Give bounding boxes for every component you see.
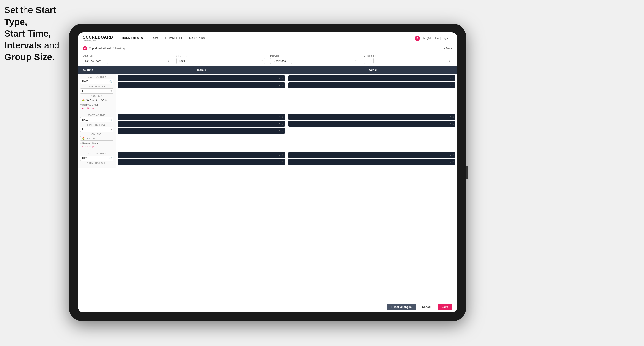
- player-remove-icon[interactable]: ✕: [450, 123, 451, 125]
- player-expand-icon[interactable]: ⊡: [452, 77, 454, 80]
- sign-out-link[interactable]: Sign out: [443, 37, 452, 40]
- player-expand-icon[interactable]: ⊡: [282, 123, 284, 125]
- tablet-side-button: [466, 166, 468, 179]
- player-row-3-2: ✕ ⊡: [118, 121, 285, 127]
- back-button[interactable]: ‹ Back: [444, 47, 452, 50]
- logo-text: SCOREBOARD: [83, 35, 113, 40]
- group-left-2: STARTING TIME: STARTING HOLE: COURSE: ⛳ …: [78, 112, 116, 150]
- starting-hole-label-2: STARTING HOLE:: [80, 124, 113, 126]
- config-bar: Start Type 1st Tee Start Shotgun Start S…: [78, 52, 458, 66]
- nav-tab-teams[interactable]: TEAMS: [149, 35, 159, 41]
- player-remove-icon[interactable]: ✕: [279, 161, 280, 163]
- start-time-select-wrapper: [176, 58, 265, 64]
- course-label-2: COURSE:: [80, 133, 113, 136]
- starting-hole-label-1: STARTING HOLE:: [80, 85, 113, 88]
- intervals-select[interactable]: 10 Minutes 8 Minutes 12 Minutes: [270, 58, 292, 64]
- group-actions-2: ○ Remove Group + Add Group: [80, 142, 113, 148]
- annotation-suffix-3: and: [42, 40, 59, 50]
- player-expand-icon[interactable]: ⊡: [452, 116, 454, 118]
- add-group-btn-1[interactable]: + Add Group: [80, 107, 113, 110]
- player-remove-icon[interactable]: ✕: [279, 154, 280, 157]
- start-type-label: Start Type: [83, 54, 171, 57]
- col-team1: Team 1: [116, 66, 287, 74]
- starting-hole-label-3: STARTING HOLE:: [80, 162, 113, 164]
- player-expand-icon[interactable]: ⊡: [452, 161, 454, 163]
- player-row-2-2: ✕ ⊡: [288, 82, 456, 88]
- logo-sub: Powered by clipp: [83, 40, 113, 42]
- player-remove-icon[interactable]: ✕: [279, 116, 280, 118]
- player-expand-icon[interactable]: ⊡: [282, 154, 284, 157]
- starting-time-wrapper-2: [80, 117, 113, 122]
- save-button[interactable]: Save: [438, 304, 452, 310]
- cancel-button[interactable]: Cancel: [418, 304, 435, 310]
- navbar: SCOREBOARD Powered by clipp TOURNAMENTS …: [78, 32, 458, 44]
- starting-hole-wrapper-1: [80, 88, 113, 94]
- col-team2: Team 2: [287, 66, 458, 74]
- player-expand-icon[interactable]: ⊡: [282, 116, 284, 118]
- course-remove-1[interactable]: ✕: [105, 99, 107, 101]
- starting-time-input-2[interactable]: [80, 117, 113, 122]
- player-remove-icon[interactable]: ✕: [450, 161, 451, 163]
- group-left-3: STARTING TIME: STARTING HOLE:: [78, 150, 116, 168]
- remove-group-btn-2[interactable]: ○ Remove Group: [80, 142, 113, 145]
- player-remove-icon[interactable]: ✕: [450, 84, 451, 87]
- player-expand-icon[interactable]: ⊡: [282, 84, 284, 87]
- start-type-select[interactable]: 1st Tee Start Shotgun Start: [83, 58, 108, 64]
- player-expand-icon[interactable]: ⊡: [452, 84, 454, 87]
- starting-time-label-2: STARTING TIME:: [80, 114, 113, 117]
- logo-area: SCOREBOARD Powered by clipp: [83, 35, 113, 42]
- player-expand-icon[interactable]: ⊡: [452, 123, 454, 125]
- starting-time-input-3[interactable]: [80, 156, 113, 161]
- group-size-label: Group Size: [364, 54, 452, 57]
- start-time-input[interactable]: [176, 58, 265, 64]
- intervals-select-wrapper: 10 Minutes 8 Minutes 12 Minutes: [270, 58, 358, 64]
- starting-time-input-1[interactable]: [80, 79, 113, 84]
- player-row-1-1: ✕ ⊡: [118, 75, 285, 81]
- group-size-select[interactable]: 3 2 4: [364, 58, 374, 64]
- table-header: Tee Time Team 1 Team 2: [78, 66, 458, 74]
- player-row-3-3: ✕ ⊡: [118, 128, 285, 134]
- annotation-suffix-4: .: [52, 52, 55, 62]
- player-remove-icon[interactable]: ✕: [279, 77, 280, 80]
- player-remove-icon[interactable]: ✕: [279, 130, 280, 132]
- nav-tab-tournaments[interactable]: TOURNAMENTS: [120, 35, 143, 41]
- group-size-select-wrapper: 3 2 4: [364, 58, 452, 64]
- intervals-label: Intervals: [270, 54, 358, 57]
- player-expand-icon[interactable]: ⊡: [282, 130, 284, 132]
- player-remove-icon[interactable]: ✕: [450, 154, 451, 157]
- player-expand-icon[interactable]: ⊡: [452, 154, 454, 157]
- player-remove-icon[interactable]: ✕: [279, 123, 280, 125]
- course-tag-2: ⛳ East Lake GC ✕: [80, 136, 113, 141]
- breadcrumb-logo: C: [83, 46, 87, 50]
- player-expand-icon[interactable]: ⊡: [282, 161, 284, 163]
- breadcrumb-separator: /: [113, 47, 114, 50]
- player-remove-icon[interactable]: ✕: [279, 84, 280, 87]
- course-label-1: COURSE:: [80, 95, 113, 97]
- team2-cell-3: ✕ ⊡ ✕ ⊡: [287, 150, 458, 168]
- col-tee-time: Tee Time: [78, 66, 116, 74]
- course-remove-2[interactable]: ✕: [101, 137, 103, 140]
- breadcrumb-tournament[interactable]: Clippd Invitational: [89, 47, 111, 50]
- player-row-4-1: ✕ ⊡: [288, 114, 456, 120]
- remove-group-btn-1[interactable]: ○ Remove Group: [80, 103, 113, 106]
- nav-tab-committee[interactable]: COMMITTEE: [165, 35, 183, 41]
- add-group-btn-2[interactable]: + Add Group: [80, 145, 113, 148]
- group-size-field: Group Size 3 2 4: [364, 54, 452, 64]
- player-row-5-1: ✕ ⊡: [118, 152, 285, 158]
- user-avatar: B: [415, 36, 420, 41]
- player-remove-icon[interactable]: ✕: [450, 77, 451, 80]
- player-remove-icon[interactable]: ✕: [450, 116, 451, 118]
- nav-tab-rankings[interactable]: RANKINGS: [189, 35, 205, 41]
- player-row-5-2: ✕ ⊡: [118, 159, 285, 165]
- starting-hole-input-2[interactable]: [80, 127, 113, 132]
- team2-cell-2: ✕ ⊡ ✕ ⊡: [287, 112, 458, 150]
- player-expand-icon[interactable]: ⊡: [282, 77, 284, 80]
- reset-changes-button[interactable]: Reset Changes: [387, 304, 416, 310]
- course-tag-1: ⛳ (A) Peachtree GC ✕: [80, 98, 113, 102]
- player-row-6-1: ✕ ⊡: [288, 152, 456, 158]
- starting-time-label-3: STARTING TIME:: [80, 153, 113, 155]
- start-type-field: Start Type 1st Tee Start Shotgun Start: [83, 54, 171, 64]
- starting-hole-input-1[interactable]: [80, 88, 113, 94]
- annotation-bold-3: Intervals: [4, 40, 42, 50]
- team1-cell-1: ✕ ⊡ ✕ ⊡: [116, 74, 287, 112]
